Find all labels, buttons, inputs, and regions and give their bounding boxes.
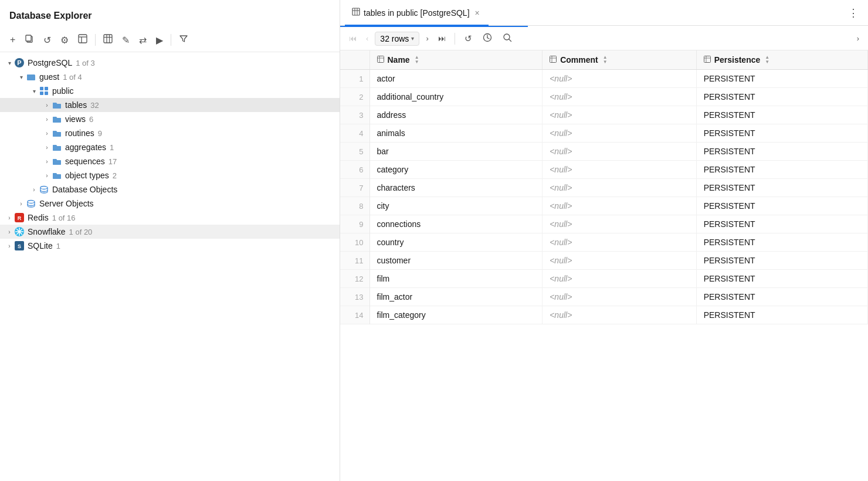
snowflake-badge: 1 of 20	[69, 228, 93, 236]
tab-close-button[interactable]: ×	[473, 8, 482, 18]
refresh-data-button[interactable]: ↺	[461, 31, 476, 46]
cell-name: bar	[369, 143, 542, 161]
sort-arrows-persistence: ▲▼	[765, 55, 769, 65]
cell-name: film	[369, 270, 542, 288]
cell-persistence: PERSISTENT	[696, 288, 867, 306]
tree-item-views[interactable]: › views 6	[0, 112, 340, 126]
table-container[interactable]: Name ▲▼	[340, 50, 868, 481]
svg-line-36	[509, 39, 511, 42]
refresh-button[interactable]: ↺	[40, 32, 54, 48]
chevron-right-icon: ›	[29, 185, 39, 194]
next-page-button[interactable]: ›	[423, 32, 431, 45]
cell-name: address	[369, 106, 542, 124]
run-button[interactable]: ▶	[153, 32, 166, 48]
aggregates-label: aggregates	[65, 143, 106, 152]
cell-persistence: PERSISTENT	[696, 197, 867, 215]
database-objects-label: Database Objects	[52, 185, 117, 194]
table-row[interactable]: 2additional_country<null>PERSISTENT	[340, 88, 868, 106]
toolbar-separator	[95, 34, 96, 46]
chevron-down-icon: ▾	[5, 58, 14, 67]
search-button[interactable]	[499, 31, 516, 46]
table-row[interactable]: 1actor<null>PERSISTENT	[340, 70, 868, 88]
filter-button[interactable]	[176, 32, 191, 48]
table-row[interactable]: 6category<null>PERSISTENT	[340, 161, 868, 179]
tree-item-object-types[interactable]: › object types 2	[0, 168, 340, 182]
redis-badge: 1 of 16	[52, 214, 76, 222]
sequences-badge: 17	[108, 157, 117, 166]
col-comment-label: Comment	[560, 55, 598, 65]
table-header-row: Name ▲▼	[340, 50, 868, 70]
table-row[interactable]: 3address<null>PERSISTENT	[340, 106, 868, 124]
col-persistence[interactable]: Persistence ▲▼	[696, 50, 867, 70]
clock-icon	[483, 34, 492, 44]
first-page-button[interactable]: ⏮	[346, 32, 360, 45]
views-label: views	[65, 114, 86, 124]
tables-label: tables	[65, 100, 87, 110]
prev-page-button[interactable]: ‹	[363, 32, 371, 45]
cell-rownum: 12	[340, 270, 369, 288]
tree-item-postgres[interactable]: ▾ P PostgreSQL 1 of 3	[0, 56, 340, 70]
result-toolbar: ⏮ ‹ 32 rows ▾ › ⏭ ↺	[340, 27, 868, 50]
table-row[interactable]: 14film_category<null>PERSISTENT	[340, 306, 868, 324]
cell-comment: <null>	[542, 124, 696, 143]
sqlite-icon: S	[14, 240, 25, 251]
history-button[interactable]	[479, 31, 496, 46]
chevron-right-icon: ›	[5, 241, 14, 250]
tree-item-server-objects[interactable]: › Server Objects	[0, 197, 340, 211]
copy-button[interactable]	[22, 32, 37, 48]
cell-rownum: 6	[340, 161, 369, 179]
table-row[interactable]: 12film<null>PERSISTENT	[340, 270, 868, 288]
tree-item-public[interactable]: ▾ public	[0, 84, 340, 98]
toolbar: + ↺ ⚙	[0, 28, 340, 52]
tree-item-sqlite[interactable]: › S SQLite 1	[0, 239, 340, 253]
scroll-right-button[interactable]: ›	[854, 32, 862, 45]
redis-label: Redis	[28, 213, 49, 222]
table-row[interactable]: 8city<null>PERSISTENT	[340, 197, 868, 215]
col-name[interactable]: Name ▲▼	[369, 50, 542, 70]
col-comment[interactable]: Comment ▲▼	[542, 50, 696, 70]
views-folder-icon	[52, 114, 62, 124]
settings-button[interactable]: ⚙	[57, 32, 72, 48]
tree-item-tables[interactable]: › tables 32	[0, 98, 340, 112]
table-row[interactable]: 5bar<null>PERSISTENT	[340, 143, 868, 161]
ui-button[interactable]	[75, 32, 90, 48]
chevron-right-icon: ›	[16, 199, 26, 208]
table-button[interactable]	[100, 32, 116, 48]
table-row[interactable]: 4animals<null>PERSISTENT	[340, 124, 868, 143]
tree-item-aggregates[interactable]: › aggregates 1	[0, 140, 340, 154]
tab-more-button[interactable]: ⋮	[843, 0, 863, 25]
cell-persistence: PERSISTENT	[696, 179, 867, 197]
table-row[interactable]: 11customer<null>PERSISTENT	[340, 252, 868, 270]
chevron-right-icon: ›	[42, 143, 52, 152]
table-body: 1actor<null>PERSISTENT2additional_countr…	[340, 70, 868, 324]
col-rownum	[340, 50, 369, 70]
tree-item-routines[interactable]: › routines 9	[0, 126, 340, 140]
add-button[interactable]: +	[7, 32, 18, 48]
cell-persistence: PERSISTENT	[696, 161, 867, 179]
edit-button[interactable]: ✎	[119, 32, 133, 48]
tree-item-database-objects[interactable]: › Database Objects	[0, 182, 340, 197]
chevron-right-icon: ›	[5, 213, 14, 222]
tree-item-redis[interactable]: › R Redis 1 of 16	[0, 211, 340, 225]
search-icon	[503, 34, 512, 44]
tree-item-snowflake[interactable]: › Snowflake 1 of 20	[0, 225, 340, 239]
table-row[interactable]: 13film_actor<null>PERSISTENT	[340, 288, 868, 306]
tree-item-guest[interactable]: ▾ guest 1 of 4	[0, 70, 340, 84]
rows-selector[interactable]: 32 rows ▾	[375, 32, 419, 46]
object-types-badge: 2	[113, 171, 117, 180]
table-row[interactable]: 9connections<null>PERSISTENT	[340, 215, 868, 233]
cell-persistence: PERSISTENT	[696, 233, 867, 252]
sequences-label: sequences	[65, 157, 105, 166]
chevron-right-icon: ›	[42, 157, 52, 166]
table-row[interactable]: 10country<null>PERSISTENT	[340, 233, 868, 252]
table-row[interactable]: 7characters<null>PERSISTENT	[340, 179, 868, 197]
cell-persistence: PERSISTENT	[696, 143, 867, 161]
chevron-right-icon: ›	[5, 227, 14, 236]
svg-rect-13	[40, 87, 43, 90]
active-tab[interactable]: tables in public [PostgreSQL] ×	[345, 1, 489, 26]
transfer-button[interactable]: ⇄	[136, 32, 150, 48]
refresh-icon: ↺	[464, 33, 472, 43]
cell-persistence: PERSISTENT	[696, 215, 867, 233]
tree-item-sequences[interactable]: › sequences 17	[0, 154, 340, 168]
last-page-button[interactable]: ⏭	[435, 32, 449, 45]
